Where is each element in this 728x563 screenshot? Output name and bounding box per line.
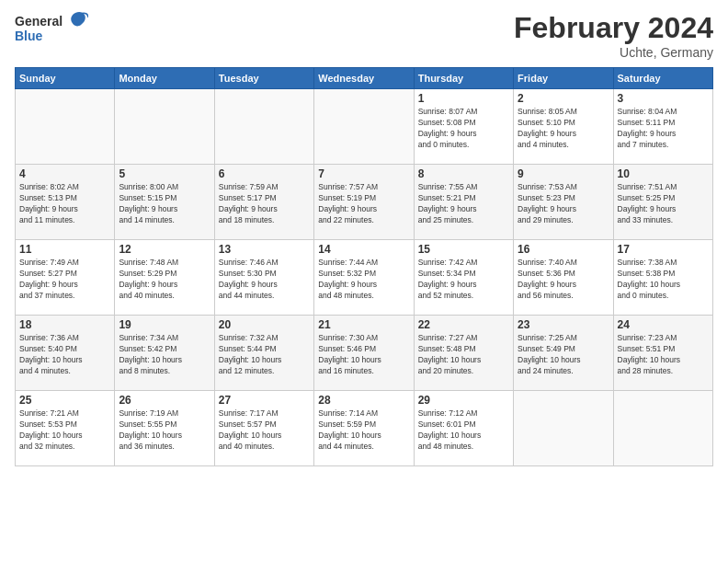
- day-number: 14: [318, 243, 409, 256]
- calendar-cell: [314, 89, 414, 165]
- day-number: 2: [518, 92, 609, 105]
- day-number: 19: [119, 318, 210, 331]
- day-number: 3: [618, 92, 709, 105]
- calendar-cell: 2Sunrise: 8:05 AM Sunset: 5:10 PM Daylig…: [514, 89, 613, 165]
- day-number: 26: [119, 394, 210, 407]
- day-number: 23: [518, 318, 609, 331]
- calendar-cell: 6Sunrise: 7:59 AM Sunset: 5:17 PM Daylig…: [214, 165, 313, 240]
- calendar-cell: 9Sunrise: 7:53 AM Sunset: 5:23 PM Daylig…: [514, 165, 613, 240]
- day-content: Sunrise: 7:14 AM Sunset: 5:59 PM Dayligh…: [318, 408, 409, 453]
- day-header-tuesday: Tuesday: [214, 68, 313, 89]
- calendar-cell: 4Sunrise: 8:02 AM Sunset: 5:13 PM Daylig…: [16, 165, 115, 240]
- day-content: Sunrise: 7:40 AM Sunset: 5:36 PM Dayligh…: [518, 258, 609, 302]
- calendar-cell: 24Sunrise: 7:23 AM Sunset: 5:51 PM Dayli…: [613, 316, 712, 391]
- calendar-cell: 22Sunrise: 7:27 AM Sunset: 5:48 PM Dayli…: [414, 316, 513, 391]
- day-number: 13: [219, 243, 310, 256]
- day-content: Sunrise: 7:36 AM Sunset: 5:40 PM Dayligh…: [19, 333, 110, 377]
- day-content: Sunrise: 7:38 AM Sunset: 5:38 PM Dayligh…: [618, 258, 709, 302]
- day-header-wednesday: Wednesday: [314, 68, 414, 89]
- day-number: 15: [418, 243, 509, 256]
- month-title: February 2024: [514, 11, 713, 45]
- day-number: 10: [618, 167, 709, 180]
- calendar-week-3: 11Sunrise: 7:49 AM Sunset: 5:27 PM Dayli…: [16, 240, 713, 316]
- day-number: 24: [618, 318, 709, 331]
- day-number: 28: [318, 394, 409, 407]
- day-content: Sunrise: 7:49 AM Sunset: 5:27 PM Dayligh…: [19, 258, 110, 302]
- calendar-cell: 7Sunrise: 7:57 AM Sunset: 5:19 PM Daylig…: [314, 165, 414, 240]
- calendar-cell: 26Sunrise: 7:19 AM Sunset: 5:55 PM Dayli…: [115, 391, 214, 466]
- calendar-cell: 25Sunrise: 7:21 AM Sunset: 5:53 PM Dayli…: [16, 391, 115, 466]
- day-content: Sunrise: 7:34 AM Sunset: 5:42 PM Dayligh…: [119, 333, 210, 377]
- day-content: Sunrise: 7:23 AM Sunset: 5:51 PM Dayligh…: [618, 333, 709, 377]
- header: General Blue February 2024 Uchte, German…: [15, 11, 713, 60]
- calendar-cell: 13Sunrise: 7:46 AM Sunset: 5:30 PM Dayli…: [214, 240, 313, 316]
- calendar-week-5: 25Sunrise: 7:21 AM Sunset: 5:53 PM Dayli…: [16, 391, 713, 466]
- header-row: SundayMondayTuesdayWednesdayThursdayFrid…: [16, 68, 713, 89]
- svg-text:Blue: Blue: [15, 29, 43, 43]
- day-content: Sunrise: 7:57 AM Sunset: 5:19 PM Dayligh…: [318, 182, 409, 226]
- day-content: Sunrise: 7:30 AM Sunset: 5:46 PM Dayligh…: [318, 333, 409, 377]
- day-number: 11: [19, 243, 110, 256]
- page: General Blue February 2024 Uchte, German…: [0, 0, 728, 563]
- day-content: Sunrise: 8:04 AM Sunset: 5:11 PM Dayligh…: [618, 107, 709, 151]
- day-content: Sunrise: 7:12 AM Sunset: 6:01 PM Dayligh…: [418, 408, 509, 453]
- day-number: 27: [219, 394, 310, 407]
- day-number: 20: [219, 318, 310, 331]
- day-content: Sunrise: 7:32 AM Sunset: 5:44 PM Dayligh…: [219, 333, 310, 377]
- day-content: Sunrise: 8:07 AM Sunset: 5:08 PM Dayligh…: [418, 107, 509, 151]
- day-number: 12: [119, 243, 210, 256]
- calendar-cell: 8Sunrise: 7:55 AM Sunset: 5:21 PM Daylig…: [414, 165, 513, 240]
- day-header-sunday: Sunday: [16, 68, 115, 89]
- calendar-cell: 23Sunrise: 7:25 AM Sunset: 5:49 PM Dayli…: [514, 316, 613, 391]
- day-number: 9: [518, 167, 609, 180]
- day-header-thursday: Thursday: [414, 68, 513, 89]
- calendar-cell: 20Sunrise: 7:32 AM Sunset: 5:44 PM Dayli…: [214, 316, 313, 391]
- calendar-cell: [613, 391, 712, 466]
- day-number: 22: [418, 318, 509, 331]
- day-number: 29: [418, 394, 509, 407]
- day-number: 18: [19, 318, 110, 331]
- calendar-table: SundayMondayTuesdayWednesdayThursdayFrid…: [15, 67, 713, 466]
- calendar-cell: 3Sunrise: 8:04 AM Sunset: 5:11 PM Daylig…: [613, 89, 712, 165]
- day-number: 8: [418, 167, 509, 180]
- day-number: 21: [318, 318, 409, 331]
- calendar-header: SundayMondayTuesdayWednesdayThursdayFrid…: [16, 68, 713, 89]
- calendar-cell: 16Sunrise: 7:40 AM Sunset: 5:36 PM Dayli…: [514, 240, 613, 316]
- calendar-cell: 29Sunrise: 7:12 AM Sunset: 6:01 PM Dayli…: [414, 391, 513, 466]
- calendar-cell: 5Sunrise: 8:00 AM Sunset: 5:15 PM Daylig…: [115, 165, 214, 240]
- calendar-week-2: 4Sunrise: 8:02 AM Sunset: 5:13 PM Daylig…: [16, 165, 713, 240]
- day-number: 17: [618, 243, 709, 256]
- calendar-cell: 27Sunrise: 7:17 AM Sunset: 5:57 PM Dayli…: [214, 391, 313, 466]
- day-content: Sunrise: 7:53 AM Sunset: 5:23 PM Dayligh…: [518, 182, 609, 226]
- day-number: 4: [19, 167, 110, 180]
- day-content: Sunrise: 7:46 AM Sunset: 5:30 PM Dayligh…: [219, 258, 310, 302]
- day-number: 7: [318, 167, 409, 180]
- calendar-cell: [115, 89, 214, 165]
- day-header-friday: Friday: [514, 68, 613, 89]
- logo: General Blue: [15, 11, 88, 48]
- calendar-cell: [16, 89, 115, 165]
- logo-svg: General Blue: [15, 11, 88, 48]
- calendar-cell: 1Sunrise: 8:07 AM Sunset: 5:08 PM Daylig…: [414, 89, 513, 165]
- calendar-cell: [514, 391, 613, 466]
- day-number: 16: [518, 243, 609, 256]
- day-content: Sunrise: 7:19 AM Sunset: 5:55 PM Dayligh…: [119, 408, 210, 453]
- day-content: Sunrise: 7:17 AM Sunset: 5:57 PM Dayligh…: [219, 408, 310, 453]
- calendar-body: 1Sunrise: 8:07 AM Sunset: 5:08 PM Daylig…: [16, 89, 713, 466]
- calendar-week-1: 1Sunrise: 8:07 AM Sunset: 5:08 PM Daylig…: [16, 89, 713, 165]
- day-content: Sunrise: 7:21 AM Sunset: 5:53 PM Dayligh…: [19, 408, 110, 453]
- day-content: Sunrise: 7:55 AM Sunset: 5:21 PM Dayligh…: [418, 182, 509, 226]
- calendar-week-4: 18Sunrise: 7:36 AM Sunset: 5:40 PM Dayli…: [16, 316, 713, 391]
- day-content: Sunrise: 7:44 AM Sunset: 5:32 PM Dayligh…: [318, 258, 409, 302]
- day-content: Sunrise: 8:02 AM Sunset: 5:13 PM Dayligh…: [19, 182, 110, 226]
- svg-text:General: General: [15, 14, 63, 29]
- day-content: Sunrise: 7:42 AM Sunset: 5:34 PM Dayligh…: [418, 258, 509, 302]
- calendar-cell: 21Sunrise: 7:30 AM Sunset: 5:46 PM Dayli…: [314, 316, 414, 391]
- calendar-cell: 11Sunrise: 7:49 AM Sunset: 5:27 PM Dayli…: [16, 240, 115, 316]
- calendar-cell: 17Sunrise: 7:38 AM Sunset: 5:38 PM Dayli…: [613, 240, 712, 316]
- day-content: Sunrise: 7:25 AM Sunset: 5:49 PM Dayligh…: [518, 333, 609, 377]
- day-content: Sunrise: 8:00 AM Sunset: 5:15 PM Dayligh…: [119, 182, 210, 226]
- day-content: Sunrise: 7:59 AM Sunset: 5:17 PM Dayligh…: [219, 182, 310, 226]
- day-content: Sunrise: 8:05 AM Sunset: 5:10 PM Dayligh…: [518, 107, 609, 151]
- calendar-cell: 14Sunrise: 7:44 AM Sunset: 5:32 PM Dayli…: [314, 240, 414, 316]
